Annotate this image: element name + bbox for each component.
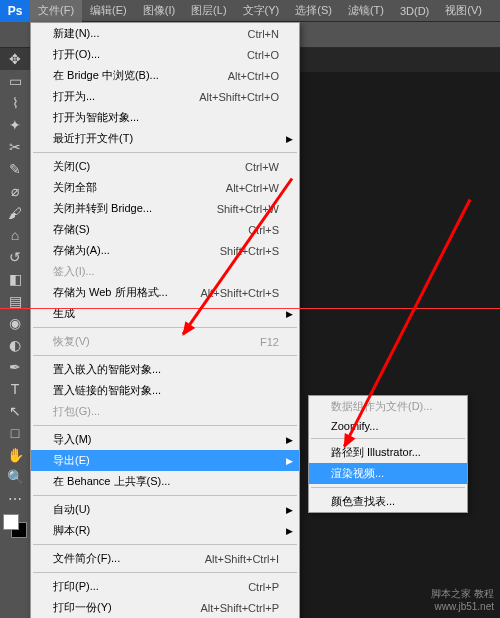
- menu-item-label: 打开为智能对象...: [53, 110, 139, 125]
- submenu-arrow-icon: ▶: [286, 456, 293, 466]
- photoshop-window: Ps 文件(F)编辑(E)图像(I)图层(L)文字(Y)选择(S)滤镜(T)3D…: [0, 0, 500, 618]
- menu-shortcut: Ctrl+N: [248, 28, 279, 40]
- pen-tool[interactable]: ✒: [0, 356, 30, 378]
- zoom-tool[interactable]: 🔍: [0, 466, 30, 488]
- menu-item[interactable]: 在 Behance 上共享(S)...: [31, 471, 299, 492]
- menu-separator: [311, 438, 465, 439]
- menu-item-label: 在 Bridge 中浏览(B)...: [53, 68, 159, 83]
- healing-brush-tool[interactable]: ⌀: [0, 180, 30, 202]
- menu-item-label: 打印一份(Y): [53, 600, 112, 615]
- menu-item-label: 导入(M): [53, 432, 92, 447]
- menubar-item[interactable]: 图像(I): [135, 0, 183, 22]
- history-brush-tool[interactable]: ↺: [0, 246, 30, 268]
- menu-item[interactable]: 置入链接的智能对象...: [31, 380, 299, 401]
- watermark: 脚本之家 教程 www.jb51.net: [431, 587, 494, 612]
- blur-tool[interactable]: ◉: [0, 312, 30, 334]
- menubar-item[interactable]: 选择(S): [287, 0, 340, 22]
- menu-shortcut: Alt+Shift+Ctrl+I: [205, 553, 279, 565]
- edit-toolbar[interactable]: ⋯: [0, 488, 30, 510]
- magic-wand-tool[interactable]: ✦: [0, 114, 30, 136]
- menu-item-label: 导出(E): [53, 453, 90, 468]
- submenu-item[interactable]: Zoomify...: [309, 417, 467, 435]
- menubar-item[interactable]: 3D(D): [392, 0, 437, 22]
- app-logo: Ps: [0, 0, 30, 22]
- marquee-tool[interactable]: ▭: [0, 70, 30, 92]
- menu-item-label: 打开(O)...: [53, 47, 100, 62]
- rectangle-tool[interactable]: □: [0, 422, 30, 444]
- menu-item-label: 关闭全部: [53, 180, 97, 195]
- menu-item[interactable]: 导入(M)▶: [31, 429, 299, 450]
- menu-separator: [33, 572, 297, 573]
- menu-shortcut: Alt+Ctrl+O: [228, 70, 279, 82]
- menubar-item[interactable]: 图层(L): [183, 0, 234, 22]
- menu-item-label: 脚本(R): [53, 523, 90, 538]
- move-tool[interactable]: ✥: [0, 48, 30, 70]
- menubar-item[interactable]: 滤镜(T): [340, 0, 392, 22]
- clone-stamp-tool[interactable]: ⌂: [0, 224, 30, 246]
- menu-item[interactable]: 文件简介(F)...Alt+Shift+Ctrl+I: [31, 548, 299, 569]
- menu-item[interactable]: 存储为(A)...Shift+Ctrl+S: [31, 240, 299, 261]
- menu-item[interactable]: 打开为...Alt+Shift+Ctrl+O: [31, 86, 299, 107]
- submenu-item-label: 数据组作为文件(D)...: [331, 399, 432, 414]
- menu-item[interactable]: 打开(O)...Ctrl+O: [31, 44, 299, 65]
- type-tool[interactable]: T: [0, 378, 30, 400]
- menu-item[interactable]: 最近打开文件(T)▶: [31, 128, 299, 149]
- foreground-color[interactable]: [3, 514, 19, 530]
- menubar-item[interactable]: 视图(V): [437, 0, 490, 22]
- menu-item-label: 最近打开文件(T): [53, 131, 133, 146]
- menu-item[interactable]: 存储为 Web 所用格式...Alt+Shift+Ctrl+S: [31, 282, 299, 303]
- menu-item[interactable]: 导出(E)▶: [31, 450, 299, 471]
- menu-shortcut: Ctrl+O: [247, 49, 279, 61]
- submenu-item[interactable]: 渲染视频...: [309, 463, 467, 484]
- tool-palette: ✥ ▭ ⌇ ✦ ✂ ✎ ⌀ 🖌 ⌂ ↺ ◧ ▤ ◉ ◐ ✒ T ↖ □ ✋ 🔍 …: [0, 48, 30, 618]
- submenu-arrow-icon: ▶: [286, 505, 293, 515]
- menu-item[interactable]: 打印(P)...Ctrl+P: [31, 576, 299, 597]
- menu-item: 签入(I)...: [31, 261, 299, 282]
- submenu-arrow-icon: ▶: [286, 435, 293, 445]
- menu-item[interactable]: 关闭并转到 Bridge...Shift+Ctrl+W: [31, 198, 299, 219]
- menu-item-label: 恢复(V): [53, 334, 90, 349]
- color-swatches[interactable]: [3, 514, 27, 538]
- eraser-tool[interactable]: ◧: [0, 268, 30, 290]
- menu-shortcut: F12: [260, 336, 279, 348]
- menubar-item[interactable]: 文字(Y): [235, 0, 288, 22]
- menu-item-label: 关闭并转到 Bridge...: [53, 201, 152, 216]
- submenu-item-label: 渲染视频...: [331, 466, 384, 481]
- menu-item[interactable]: 关闭(C)Ctrl+W: [31, 156, 299, 177]
- submenu-item: 数据组作为文件(D)...: [309, 396, 467, 417]
- submenu-arrow-icon: ▶: [286, 526, 293, 536]
- lasso-tool[interactable]: ⌇: [0, 92, 30, 114]
- menu-item-label: 存储为(A)...: [53, 243, 110, 258]
- menu-shortcut: Ctrl+W: [245, 161, 279, 173]
- menu-item[interactable]: 在 Bridge 中浏览(B)...Alt+Ctrl+O: [31, 65, 299, 86]
- menu-item[interactable]: 打开为智能对象...: [31, 107, 299, 128]
- submenu-item[interactable]: 颜色查找表...: [309, 491, 467, 512]
- menu-separator: [33, 544, 297, 545]
- menu-item[interactable]: 新建(N)...Ctrl+N: [31, 23, 299, 44]
- file-menu-dropdown: 新建(N)...Ctrl+N打开(O)...Ctrl+O在 Bridge 中浏览…: [30, 22, 300, 618]
- menu-item[interactable]: 关闭全部Alt+Ctrl+W: [31, 177, 299, 198]
- submenu-item[interactable]: 路径到 Illustrator...: [309, 442, 467, 463]
- crop-tool[interactable]: ✂: [0, 136, 30, 158]
- menu-shortcut: Shift+Ctrl+S: [220, 245, 279, 257]
- brush-tool[interactable]: 🖌: [0, 202, 30, 224]
- menu-item-label: 新建(N)...: [53, 26, 99, 41]
- hand-tool[interactable]: ✋: [0, 444, 30, 466]
- eyedropper-tool[interactable]: ✎: [0, 158, 30, 180]
- export-submenu: 数据组作为文件(D)...Zoomify...路径到 Illustrator..…: [308, 395, 468, 513]
- menu-shortcut: Alt+Shift+Ctrl+O: [199, 91, 279, 103]
- menu-item[interactable]: 打印一份(Y)Alt+Shift+Ctrl+P: [31, 597, 299, 618]
- menu-item-label: 在 Behance 上共享(S)...: [53, 474, 170, 489]
- menu-item[interactable]: 自动(U)▶: [31, 499, 299, 520]
- menu-shortcut: Alt+Shift+Ctrl+P: [200, 602, 279, 614]
- path-selection-tool[interactable]: ↖: [0, 400, 30, 422]
- menu-item[interactable]: 脚本(R)▶: [31, 520, 299, 541]
- menu-item[interactable]: 生成▶: [31, 303, 299, 324]
- menu-shortcut: Alt+Ctrl+W: [226, 182, 279, 194]
- menu-item-label: 存储为 Web 所用格式...: [53, 285, 168, 300]
- menu-item[interactable]: 置入嵌入的智能对象...: [31, 359, 299, 380]
- menubar-item[interactable]: 编辑(E): [82, 0, 135, 22]
- submenu-arrow-icon: ▶: [286, 134, 293, 144]
- dodge-tool[interactable]: ◐: [0, 334, 30, 356]
- menubar-item[interactable]: 文件(F): [30, 0, 82, 22]
